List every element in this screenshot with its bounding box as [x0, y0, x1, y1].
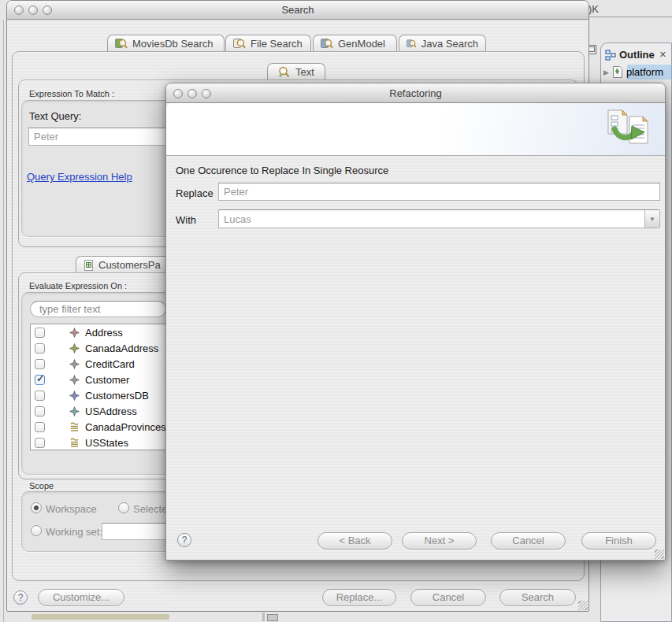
window-title: Refactoring — [166, 87, 665, 99]
working-set-radio[interactable] — [31, 525, 42, 536]
replace-label: Replace — [176, 187, 213, 199]
outline-icon — [605, 50, 616, 61]
tab-label: Text — [295, 66, 314, 78]
selected-radio[interactable] — [118, 502, 129, 513]
with-label: With — [176, 214, 196, 226]
cancel-button[interactable]: Cancel — [410, 589, 486, 606]
window-title: Search — [7, 4, 588, 16]
resize-grip[interactable] — [578, 601, 588, 610]
checkbox[interactable]: ✓ — [35, 328, 45, 338]
enum-icon — [69, 438, 80, 448]
check-icon: ✓ — [36, 372, 45, 384]
replace-button[interactable]: Replace... — [322, 589, 396, 606]
tab-label: File Search — [251, 38, 303, 50]
refactoring-dialog: Refactoring One Occurence to Replace In … — [165, 83, 666, 561]
tab-file-search[interactable]: File Search — [225, 35, 311, 52]
list-item-label: Customer — [85, 374, 129, 386]
tab-label: MoviesDb Search — [132, 38, 213, 50]
search-tab-icon — [407, 38, 417, 50]
working-set-radio-label[interactable]: Working set: — [46, 526, 102, 538]
genmodel-file-icon — [611, 66, 623, 78]
class-icon — [69, 343, 80, 354]
help-button[interactable]: ? — [13, 591, 28, 605]
workspace-radio[interactable] — [31, 502, 42, 513]
back-button[interactable]: < Back — [317, 532, 392, 550]
workspace-radio-label[interactable]: Workspace — [46, 503, 97, 515]
class-icon — [69, 391, 80, 401]
customers-model-icon — [84, 260, 94, 271]
checkbox[interactable]: ✓ — [35, 343, 45, 354]
text-search-icon — [278, 66, 291, 78]
outline-tab-label: Outline — [619, 49, 655, 61]
chevron-down-icon: ▼ — [649, 216, 655, 223]
refactoring-banner-icon — [603, 108, 652, 146]
filter-input[interactable] — [30, 301, 166, 317]
checkbox[interactable]: ✓ — [35, 438, 45, 448]
list-item-label: CanadaAddress — [85, 342, 158, 354]
workbench-title-fragment: )K — [588, 3, 599, 15]
outline-tree-row[interactable]: ▶ platform — [601, 65, 671, 80]
screen: )K Outline ✕ ▶ platform — [0, 0, 672, 622]
help-button[interactable]: ? — [177, 533, 191, 547]
cancel-button[interactable]: Cancel — [491, 532, 566, 550]
background-fragment — [262, 613, 265, 621]
checkbox[interactable]: ✓ — [35, 375, 45, 385]
tab-java-search[interactable]: Java Search — [399, 35, 486, 52]
text-query-label: Text Query: — [29, 110, 81, 122]
class-icon — [69, 328, 80, 338]
list-item-label: CanadaProvinces — [85, 421, 166, 433]
with-combo-input[interactable] — [219, 210, 644, 228]
customize-button[interactable]: Customize... — [38, 589, 124, 606]
refactoring-titlebar[interactable]: Refactoring — [166, 83, 665, 103]
search-titlebar[interactable]: Search — [7, 1, 588, 20]
background-fragment — [267, 614, 278, 621]
workbench-titlebar-line — [589, 17, 672, 17]
close-view-icon[interactable]: ✕ — [659, 50, 666, 60]
search-tab-icon — [321, 38, 333, 50]
list-item-label: USAddress — [85, 405, 137, 417]
workbench-edge — [3, 20, 4, 622]
list-item-label: Address — [85, 327, 123, 339]
class-icon — [69, 375, 80, 385]
class-icon — [69, 406, 80, 417]
replace-input[interactable] — [218, 183, 660, 201]
background-statusbar-fragment — [32, 614, 169, 620]
with-combo[interactable]: ▼ — [218, 209, 660, 228]
expression-section-label: Expression To Match : — [29, 89, 114, 98]
finish-button[interactable]: Finish — [581, 532, 656, 550]
search-button[interactable]: Search — [499, 589, 576, 606]
checkbox[interactable]: ✓ — [35, 406, 45, 417]
chevron-right-icon[interactable]: ▶ — [601, 68, 611, 76]
list-item-label: CreditCard — [85, 358, 135, 370]
tab-label: CustomersPa — [98, 259, 161, 271]
list-item-label: USStates — [85, 437, 128, 449]
tab-genmodel[interactable]: GenModel — [313, 35, 397, 52]
tab-label: GenModel — [338, 38, 385, 50]
tab-text[interactable]: Text — [267, 63, 325, 80]
search-tab-icon — [115, 38, 128, 50]
outline-tree-item-label: platform — [626, 66, 663, 78]
scope-section-label: Scope — [29, 481, 54, 491]
tab-outline[interactable]: Outline ✕ — [605, 49, 666, 61]
class-icon — [69, 359, 80, 369]
enum-icon — [69, 422, 80, 432]
evaluate-section-label: Evaluate Expression On : — [29, 281, 127, 291]
with-combo-dropdown-button[interactable]: ▼ — [644, 210, 659, 228]
wizard-message: One Occurence to Replace In Single Reosu… — [176, 165, 388, 176]
selected-radio-label[interactable]: Selecte — [133, 503, 167, 515]
checkbox[interactable]: ✓ — [35, 359, 45, 369]
wizard-banner — [166, 103, 665, 156]
tab-label: Java Search — [421, 38, 478, 50]
checkbox[interactable]: ✓ — [35, 422, 45, 432]
next-button[interactable]: Next > — [402, 532, 477, 550]
tab-moviesdb-search[interactable]: MoviesDb Search — [107, 35, 225, 52]
search-tab-icon — [233, 38, 246, 50]
list-item-label: CustomersDB — [85, 390, 149, 402]
resize-grip[interactable] — [655, 550, 664, 559]
checkbox[interactable]: ✓ — [35, 391, 45, 401]
query-expression-help-link[interactable]: Query Expression Help — [27, 171, 132, 183]
